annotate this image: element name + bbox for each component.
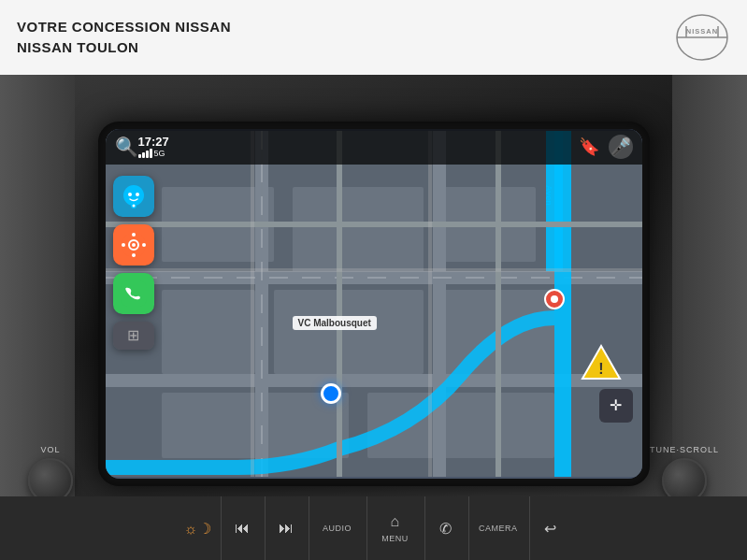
tune-label: TUNE·SCROLL (650, 445, 719, 454)
svg-rect-17 (433, 131, 446, 477)
svg-point-41 (122, 243, 125, 247)
dealer-line2: NISSAN TOULON (17, 37, 231, 59)
svg-point-31 (123, 185, 144, 206)
position-dot (321, 383, 341, 404)
svg-rect-26 (106, 268, 642, 272)
control-buttons: ☼☽ ⏮ ⏭ AUDIO ⌂ MENU ✆ (176, 496, 570, 560)
svg-point-40 (132, 253, 136, 257)
grid-app-icon[interactable]: ⊞ (113, 322, 154, 350)
infotainment-screen[interactable]: ! 🔍 17:27 (106, 129, 642, 479)
dealer-line1: VOTRE CONCESSION NISSAN (17, 17, 231, 38)
prev-icon: ⏮ (235, 520, 251, 537)
prev-button[interactable]: ⏮ (221, 496, 263, 560)
back-icon: ↩ (544, 520, 557, 538)
svg-text:!: ! (598, 361, 603, 377)
menu-icon: ⌂ (390, 513, 399, 530)
light-button[interactable]: ☼☽ (176, 496, 219, 560)
audio-label: AUDIO (323, 524, 352, 533)
waze-app-icon[interactable] (113, 176, 154, 217)
svg-rect-24 (251, 131, 254, 477)
status-bar: 🔍 17:27 5G (106, 129, 642, 165)
screen-bezel: ! 🔍 17:27 (98, 122, 650, 486)
svg-rect-9 (162, 290, 255, 374)
light-icon: ☼☽ (183, 520, 211, 538)
map-svg: ! (106, 129, 642, 479)
svg-point-28 (551, 295, 558, 303)
svg-point-35 (132, 204, 135, 207)
status-left: 17:27 5G (138, 135, 169, 158)
svg-point-39 (132, 233, 136, 237)
svg-rect-7 (293, 187, 424, 280)
next-button[interactable]: ⏭ (265, 496, 307, 560)
dpad-icon[interactable]: ✛ (599, 389, 633, 423)
svg-rect-43 (121, 280, 147, 307)
phone-button[interactable]: ✆ (424, 496, 467, 560)
svg-point-38 (132, 243, 136, 247)
signal-type: 5G (154, 149, 165, 158)
map-content: ! 🔍 17:27 (106, 129, 642, 479)
svg-rect-10 (274, 290, 424, 374)
camera-button[interactable]: CAMERA (468, 496, 527, 560)
road-label: VC Malbousquet (293, 316, 377, 330)
signal-bar-1 (138, 154, 141, 158)
svg-point-32 (128, 193, 132, 196)
svg-point-42 (142, 243, 146, 247)
svg-point-33 (136, 193, 139, 196)
svg-text:NISSAN: NISSAN (686, 27, 718, 36)
status-signal: 5G (138, 149, 169, 158)
nissan-logo: NISSAN (674, 12, 730, 64)
avenue-label: Aven (544, 185, 553, 206)
car-area: VOL PUSH ⏻ (0, 75, 747, 560)
sidebar-apps: ⊞ (113, 176, 154, 350)
signal-bar-4 (150, 149, 152, 158)
music-app-icon[interactable] (113, 224, 154, 266)
status-time: 17:27 (138, 135, 169, 149)
signal-bar-3 (146, 151, 149, 158)
signal-bar-2 (142, 152, 145, 158)
control-bar: ☼☽ ⏮ ⏭ AUDIO ⌂ MENU ✆ (0, 496, 747, 560)
menu-label: MENU (381, 534, 409, 543)
audio-button[interactable]: AUDIO (309, 496, 365, 560)
phone-app-icon[interactable] (113, 273, 154, 314)
status-right: 🔖 🎤 (579, 135, 633, 159)
camera-label: CAMERA (479, 524, 518, 533)
menu-button[interactable]: ⌂ MENU (366, 496, 423, 560)
phone-icon: ✆ (439, 520, 453, 538)
back-button[interactable]: ↩ (529, 496, 571, 560)
signal-bars (138, 149, 152, 158)
next-icon: ⏭ (279, 520, 294, 537)
header: VOTRE CONCESSION NISSAN NISSAN TOULON NI… (0, 0, 747, 75)
search-icon[interactable]: 🔍 (115, 136, 138, 158)
dealer-info: VOTRE CONCESSION NISSAN NISSAN TOULON (17, 17, 231, 59)
vol-label: VOL (40, 445, 60, 454)
svg-rect-25 (428, 131, 432, 477)
carplay-screen: ! 🔍 17:27 (106, 129, 642, 479)
bookmark-icon[interactable]: 🔖 (579, 136, 599, 157)
mic-icon[interactable]: 🎤 (609, 135, 633, 159)
